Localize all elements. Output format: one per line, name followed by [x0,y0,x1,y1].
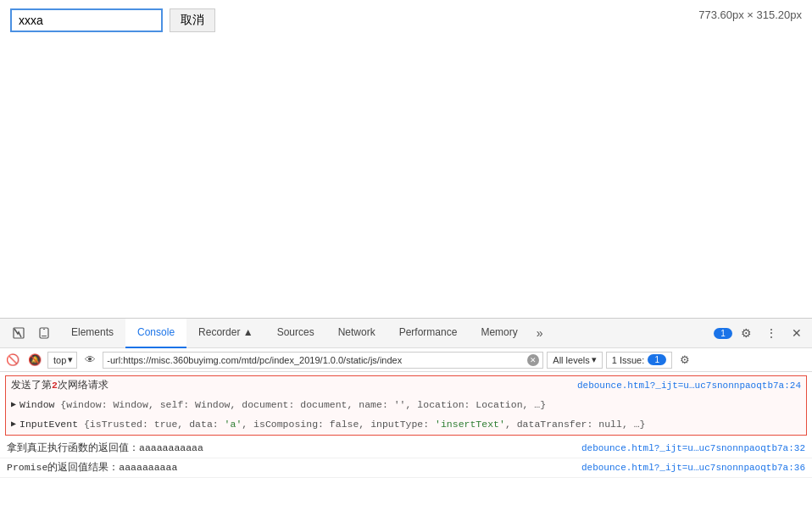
network-request-text: 发送了第2次网络请求 [11,378,570,393]
tab-performance[interactable]: Performance [387,319,470,348]
device-toolbar-button[interactable] [34,323,54,343]
window-object-text: Window {window: Window, self: Window, do… [19,397,801,413]
console-toolbar: 🚫 🔕 top ▾ 👁 -url:https://misc.360buyimg.… [0,348,812,372]
window-expand-arrow[interactable]: ▶ [11,397,16,413]
console-line-window: ▶ Window {window: Window, self: Window, … [6,396,806,415]
network-request-label: 发送了第2次网络请求 [11,380,108,391]
console-line-promise-result: Promise的返回值结果：aaaaaaaaaa debounce.html?_… [0,458,812,478]
console-output: 发送了第2次网络请求 debounce.html?_ijt=u…uc7snonn… [0,372,812,522]
search-bar-area: xxxa 取消 773.60px × 315.20px [0,0,812,41]
cancel-button[interactable]: 取消 [170,8,215,32]
promise-result-source[interactable]: debounce.html?_ijt=u…uc7snonnpaoqtb7a:36 [581,460,805,475]
url-filter-clear-button[interactable]: ✕ [527,354,539,366]
inspect-icon-button[interactable] [8,323,29,343]
log-level-chevron: ▾ [592,354,597,365]
tab-network[interactable]: Network [326,319,387,348]
tab-memory[interactable]: Memory [469,319,529,348]
return-value-text: 拿到真正执行函数的返回值：aaaaaaaaaaa [7,441,203,456]
console-line-network-request: 发送了第2次网络请求 debounce.html?_ijt=u…uc7snonn… [6,376,806,396]
more-options-button[interactable]: ⋮ [759,321,783,345]
clear-console-button[interactable]: 🚫 [3,351,22,369]
network-request-source[interactable]: debounce.html?_ijt=u…uc7snonnpaoqtb7a:24 [577,378,801,393]
return-value-source[interactable]: debounce.html?_ijt=u…uc7snonnpaoqtb7a:32 [581,441,805,456]
console-line-return-value: 拿到真正执行函数的返回值：aaaaaaaaaaa debounce.html?_… [0,439,812,458]
tab-sources[interactable]: Sources [265,319,326,348]
tab-recorder[interactable]: Recorder ▲ [186,319,265,348]
console-settings-button[interactable]: ⚙ [676,351,694,369]
url-filter-input[interactable]: -url:https://misc.360buyimg.com/mtd/pc/i… [103,352,543,369]
promise-result-text: Promise的返回值结果：aaaaaaaaaa [7,460,177,475]
top-frame-label: top [53,355,66,365]
notification-badge: 1 [714,328,732,339]
browser-viewport: xxxa 取消 773.60px × 315.20px [0,0,812,318]
devtools-panel: Elements Console Recorder ▲ Sources Netw… [0,318,812,522]
log-level-dropdown[interactable]: All levels ▾ [547,352,602,369]
tab-right-icons: 1 ⚙ ⋮ ✕ [714,321,809,345]
url-filter-text: -url:https://misc.360buyimg.com/mtd/pc/i… [107,355,527,365]
issue-text: 1 Issue: [612,355,645,365]
filter-button[interactable]: 🔕 [25,351,44,369]
settings-gear-button[interactable]: ⚙ [734,321,758,345]
issue-badge-count: 1 [648,354,666,365]
top-frame-selector[interactable]: top ▾ [47,352,77,369]
svg-rect-3 [43,329,45,330]
close-devtools-button[interactable]: ✕ [785,321,809,345]
console-line-input-event: ▶ InputEvent {isTrusted: true, data: 'a'… [6,415,806,435]
log-level-label: All levels [553,355,589,365]
issue-counter[interactable]: 1 Issue: 1 [606,352,673,369]
top-frame-dropdown-icon: ▾ [68,354,73,365]
tab-console[interactable]: Console [125,319,186,348]
tab-more-button[interactable]: » [530,319,550,348]
inputevent-text: InputEvent {isTrusted: true, data: 'a', … [19,417,801,432]
svg-rect-2 [42,336,47,336]
inputevent-expand-arrow[interactable]: ▶ [11,417,16,432]
search-input[interactable]: xxxa [10,8,163,32]
tab-elements[interactable]: Elements [59,319,125,348]
console-error-group: 发送了第2次网络请求 debounce.html?_ijt=u…uc7snonn… [5,375,807,436]
eye-icon-button[interactable]: 👁 [81,351,99,369]
tab-icon-group [3,323,59,343]
dimension-text: 773.60px × 315.20px [698,8,802,21]
tab-bar: Elements Console Recorder ▲ Sources Netw… [0,319,812,348]
